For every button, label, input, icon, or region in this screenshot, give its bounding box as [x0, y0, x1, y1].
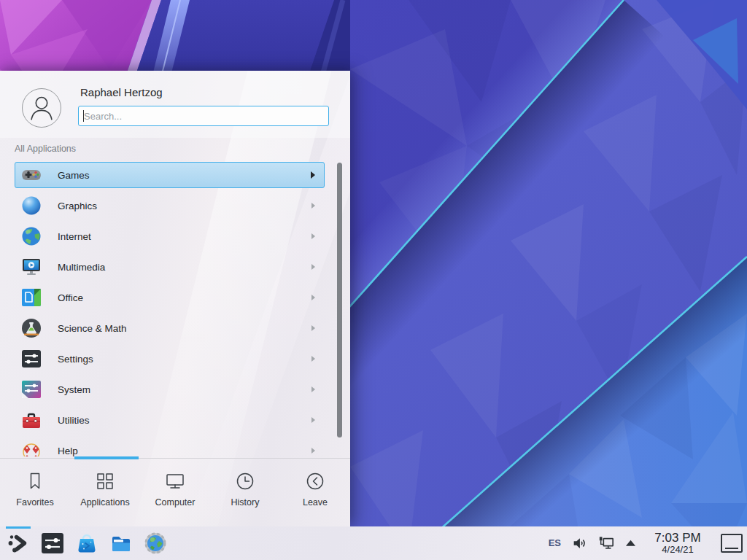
chevron-right-icon — [311, 356, 315, 362]
plasma-logo-icon — [6, 531, 31, 556]
user-icon — [23, 89, 61, 127]
chevron-right-icon — [311, 325, 315, 331]
chevron-right-icon — [311, 203, 315, 209]
app-launcher-button[interactable] — [6, 526, 31, 560]
tray-expander[interactable] — [625, 540, 636, 547]
clock-date: 4/24/21 — [646, 545, 709, 555]
flask-icon — [20, 316, 43, 340]
leave-icon — [304, 470, 326, 492]
active-tab-indicator — [74, 456, 139, 459]
file-manager-button[interactable] — [109, 526, 133, 560]
category-internet[interactable]: Internet — [15, 223, 325, 249]
gamepad-icon — [20, 163, 43, 187]
sliders-dark-icon — [20, 347, 43, 370]
monitor-icon — [164, 470, 186, 492]
tab-favorites[interactable]: Favorites — [0, 459, 70, 526]
category-graphics[interactable]: Graphics — [15, 192, 325, 219]
launcher-header: Raphael Hertzog — [0, 71, 350, 138]
taskbar: ES — [0, 526, 747, 560]
clock-icon — [234, 470, 256, 492]
user-avatar[interactable] — [22, 88, 61, 128]
globe-icon — [20, 225, 43, 248]
category-multimedia[interactable]: Multimedia — [15, 254, 325, 280]
tab-applications[interactable]: Applications — [70, 459, 140, 526]
category-utilities[interactable]: Utilities — [15, 407, 325, 433]
volume-icon[interactable] — [571, 535, 587, 551]
sliders-color-icon — [20, 378, 43, 401]
category-settings[interactable]: Settings — [15, 346, 325, 372]
document-icon — [20, 286, 43, 309]
globe-gear-icon — [143, 531, 168, 556]
folder-icon — [109, 531, 133, 556]
discover-button[interactable] — [74, 526, 99, 560]
chevron-right-icon — [311, 417, 315, 423]
clock-time: 7:03 PM — [646, 532, 709, 545]
monitor-play-icon — [20, 255, 43, 279]
bookmark-icon — [24, 470, 46, 492]
settings-app-icon — [40, 531, 65, 556]
tab-bar: Favorites Applications Computer — [0, 458, 350, 526]
system-tray: ES — [549, 532, 747, 555]
chevron-right-icon — [311, 386, 315, 392]
shopping-bag-icon — [74, 531, 99, 556]
toolbox-icon — [20, 408, 43, 432]
tab-leave[interactable]: Leave — [280, 459, 350, 526]
chevron-right-icon — [311, 295, 315, 300]
chevron-right-icon — [311, 233, 315, 239]
keyboard-layout-indicator[interactable]: ES — [549, 537, 561, 548]
lifebuoy-icon — [20, 439, 43, 456]
search-input[interactable] — [78, 106, 329, 126]
category-list: Games Graphics — [15, 162, 325, 456]
desktop: Raphael Hertzog All Applications — [0, 0, 747, 560]
section-label: All Applications — [15, 144, 76, 154]
task-manager — [0, 526, 168, 560]
text-cursor — [83, 110, 84, 122]
tab-computer[interactable]: Computer — [140, 459, 210, 526]
category-science-math[interactable]: Science & Math — [15, 315, 325, 341]
category-system[interactable]: System — [15, 376, 325, 402]
web-browser-button[interactable] — [143, 526, 168, 560]
digital-clock[interactable]: 7:03 PM 4/24/21 — [646, 532, 709, 555]
user-name: Raphael Hertzog — [80, 86, 163, 98]
chevron-right-icon — [311, 448, 315, 454]
network-icon[interactable] — [597, 535, 615, 551]
blue-sphere-icon — [20, 194, 43, 217]
chevron-right-icon — [311, 264, 315, 270]
caret-up-icon — [625, 540, 636, 547]
category-help[interactable]: Help — [15, 438, 325, 456]
category-games[interactable]: Games — [15, 162, 325, 188]
category-office[interactable]: Office — [15, 284, 325, 311]
system-settings-button[interactable] — [40, 526, 65, 560]
show-desktop-button[interactable] — [721, 534, 743, 553]
grid-icon — [94, 470, 116, 492]
tab-history[interactable]: History — [210, 459, 280, 526]
application-launcher-menu: Raphael Hertzog All Applications — [0, 71, 350, 526]
chevron-right-icon — [311, 171, 315, 179]
list-scrollbar[interactable] — [337, 163, 342, 438]
